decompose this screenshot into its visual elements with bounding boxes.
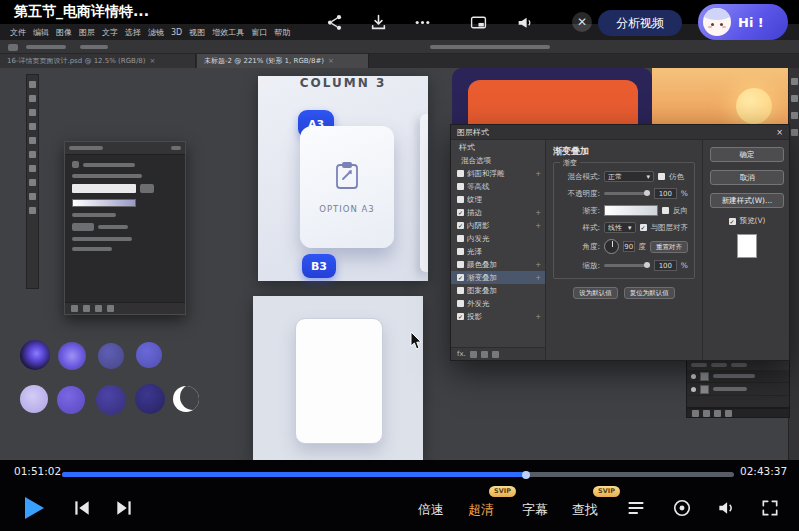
style-row-drop-shadow[interactable]: ✓ 投影 + bbox=[451, 310, 545, 323]
assistant-hi-button[interactable]: Hi ! bbox=[698, 4, 788, 40]
reset-align-button[interactable]: 重置对齐 bbox=[650, 241, 688, 253]
reset-default-button[interactable]: 复位为默认值 bbox=[624, 287, 675, 299]
style-checkbox[interactable]: ✓ bbox=[457, 274, 464, 281]
make-default-button[interactable]: 设为默认值 bbox=[573, 287, 618, 299]
tool-icon[interactable] bbox=[29, 81, 36, 88]
tab-close-icon[interactable]: × bbox=[328, 57, 334, 65]
option-card[interactable]: OPTION A3 bbox=[300, 126, 394, 248]
document-tab-2-active[interactable]: 未标题-2 @ 221% (矩形 1, RGB/8#) × bbox=[197, 54, 369, 68]
tool-icon[interactable] bbox=[29, 123, 36, 130]
menu-window[interactable]: 窗口 bbox=[251, 27, 267, 38]
artboard-column3[interactable]: COLUMN 3 A3 OPTION A3 B3 bbox=[258, 76, 428, 281]
menu-type[interactable]: 文字 bbox=[102, 27, 118, 38]
megaphone-icon[interactable] bbox=[516, 14, 534, 32]
record-icon[interactable] bbox=[672, 498, 694, 520]
progress-handle[interactable] bbox=[522, 471, 530, 479]
trash-icon[interactable] bbox=[725, 410, 732, 417]
document-tab-1[interactable]: 16-详情页页面设计.psd @ 12.5% (RGB/8) × bbox=[0, 54, 196, 68]
dock-icon[interactable] bbox=[791, 95, 798, 102]
menu-layer[interactable]: 图层 bbox=[79, 27, 95, 38]
tool-icon[interactable] bbox=[29, 193, 36, 200]
style-row-contour[interactable]: 等高线 bbox=[451, 180, 545, 193]
opacity-slider[interactable] bbox=[604, 192, 650, 195]
ok-button[interactable]: 确定 bbox=[710, 147, 784, 162]
layer-row[interactable] bbox=[687, 370, 789, 383]
analyze-video-button[interactable]: 分析视频 bbox=[598, 10, 682, 36]
tool-icon[interactable] bbox=[29, 207, 36, 214]
blank-card[interactable] bbox=[295, 318, 383, 444]
panel-button-icon[interactable] bbox=[83, 305, 90, 312]
tool-icon[interactable] bbox=[29, 137, 36, 144]
menu-edit[interactable]: 编辑 bbox=[33, 27, 49, 38]
layer-thumbnail[interactable] bbox=[700, 372, 709, 381]
new-layer-icon[interactable] bbox=[714, 410, 721, 417]
scale-value[interactable]: 100 bbox=[654, 260, 677, 271]
share-icon[interactable] bbox=[326, 14, 344, 32]
style-row-inner-shadow[interactable]: ✓ 内阴影 + bbox=[451, 219, 545, 232]
quality-button[interactable]: 超清 bbox=[468, 501, 494, 519]
more-icon[interactable] bbox=[414, 14, 432, 32]
align-checkbox[interactable]: ✓ bbox=[640, 224, 647, 231]
style-row-satin[interactable]: 光泽 bbox=[451, 245, 545, 258]
move-up-icon[interactable] bbox=[470, 351, 477, 358]
dock-icon[interactable] bbox=[791, 78, 798, 85]
dock-icon[interactable] bbox=[791, 129, 798, 136]
dock-icon[interactable] bbox=[791, 112, 798, 119]
style-select[interactable]: 线性 ▾ bbox=[604, 222, 636, 233]
panel-button-icon[interactable] bbox=[95, 305, 102, 312]
fx-icon[interactable] bbox=[692, 410, 699, 417]
swatch-circle-5[interactable] bbox=[20, 385, 48, 413]
style-row-blending-options[interactable]: 混合选项 bbox=[451, 154, 545, 167]
fx-label[interactable]: fx. bbox=[457, 350, 466, 358]
style-row-color-overlay[interactable]: 颜色叠加 + bbox=[451, 258, 545, 271]
swatch-circle-4[interactable] bbox=[136, 342, 162, 368]
angle-dial[interactable] bbox=[604, 239, 619, 254]
move-down-icon[interactable] bbox=[481, 351, 488, 358]
menu-view[interactable]: 视图 bbox=[189, 27, 205, 38]
dialog-titlebar[interactable]: 图层样式 × bbox=[451, 125, 789, 140]
visibility-eye-icon[interactable] bbox=[691, 374, 696, 379]
swatch-circle-8[interactable] bbox=[135, 384, 165, 414]
input-field[interactable] bbox=[72, 184, 136, 193]
style-row-bevel-emboss[interactable]: 斜面和浮雕 + bbox=[451, 167, 545, 180]
style-row-gradient-overlay[interactable]: ✓ 渐变叠加 + bbox=[451, 271, 545, 284]
playlist-icon[interactable] bbox=[626, 498, 648, 520]
tool-icon[interactable] bbox=[29, 109, 36, 116]
tool-icon[interactable] bbox=[29, 95, 36, 102]
layer-style-dialog[interactable]: 图层样式 × 样式 混合选项 斜面和浮雕 + 等高线 bbox=[450, 124, 790, 361]
style-row-texture[interactable]: 纹理 bbox=[451, 193, 545, 206]
style-checkbox[interactable] bbox=[457, 248, 464, 255]
menu-select[interactable]: 选择 bbox=[125, 27, 141, 38]
slider-knob[interactable] bbox=[644, 190, 650, 196]
add-effect-icon[interactable]: + bbox=[535, 313, 541, 321]
swatch-circle-6[interactable] bbox=[57, 386, 85, 414]
tab-placeholder[interactable] bbox=[691, 363, 707, 367]
panel-menu-icon[interactable] bbox=[171, 146, 181, 150]
menu-plugins[interactable]: 增效工具 bbox=[212, 27, 244, 38]
swatch-circle-1[interactable] bbox=[20, 340, 50, 370]
slider-knob[interactable] bbox=[644, 262, 650, 268]
angle-value[interactable]: 90 bbox=[623, 241, 635, 252]
style-row-pattern-overlay[interactable]: 图案叠加 bbox=[451, 284, 545, 297]
preview-checkbox[interactable]: ✓ bbox=[729, 218, 736, 225]
panel-header[interactable] bbox=[65, 142, 185, 155]
layer-row[interactable] bbox=[687, 383, 789, 396]
previous-icon[interactable] bbox=[72, 498, 94, 520]
style-checkbox[interactable] bbox=[457, 235, 464, 242]
ps-toolbar[interactable] bbox=[26, 74, 39, 289]
style-checkbox[interactable]: ✓ bbox=[457, 313, 464, 320]
style-checkbox[interactable] bbox=[457, 196, 464, 203]
style-checkbox[interactable]: ✓ bbox=[457, 209, 464, 216]
blend-mode-select[interactable]: 正常 ▾ bbox=[604, 171, 654, 182]
mask-icon[interactable] bbox=[703, 410, 710, 417]
style-checkbox[interactable] bbox=[457, 287, 464, 294]
tab-placeholder[interactable] bbox=[731, 363, 747, 367]
opacity-value[interactable]: 100 bbox=[654, 188, 677, 199]
style-checkbox[interactable] bbox=[457, 300, 464, 307]
next-icon[interactable] bbox=[114, 498, 136, 520]
add-effect-icon[interactable]: + bbox=[535, 209, 541, 217]
pip-icon[interactable] bbox=[470, 14, 488, 32]
gradient-strip[interactable] bbox=[72, 199, 136, 207]
fullscreen-icon[interactable] bbox=[760, 498, 782, 520]
swatch-circle-2[interactable] bbox=[58, 342, 86, 370]
